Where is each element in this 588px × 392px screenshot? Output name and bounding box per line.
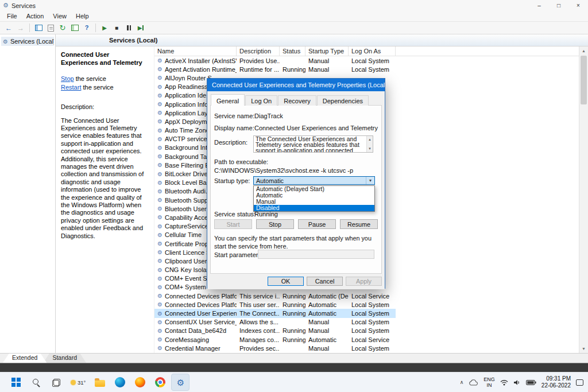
table-row[interactable]: ⚙CoreMessagingManages co...RunningAutoma… [154,335,396,344]
startup-type-combobox[interactable]: Automatic ▾ [253,176,375,185]
services-taskbar-button[interactable]: ⚙ [171,374,189,391]
restart-service-icon[interactable]: ▶ [136,23,146,33]
task-view-button[interactable] [47,374,65,391]
cancel-button[interactable]: Cancel [307,277,343,286]
weather-widget[interactable]: 31° [67,379,89,386]
menu-help[interactable]: Help [71,12,94,20]
scroll-down-icon[interactable]: ▼ [368,146,372,152]
stop-service-icon[interactable]: ■ [111,23,122,33]
column-header-status[interactable]: Status [280,46,305,56]
refresh-icon[interactable]: ↻ [57,23,68,33]
table-row[interactable]: ⚙Connected Devices Platform ...This user… [154,300,396,309]
notification-icon[interactable] [576,379,583,386]
tab-standard[interactable]: Standard [43,354,86,363]
scroll-up-icon[interactable]: ▲ [579,46,588,55]
onedrive-cloud-icon[interactable] [469,379,478,386]
scrollbar-thumb[interactable] [581,56,587,104]
maximize-button[interactable]: □ [549,0,568,11]
tab-dependencies[interactable]: Dependencies [317,95,369,106]
menu-file[interactable]: File [2,12,22,20]
clock[interactable]: 09:31 PM 22-06-2022 [541,375,571,390]
column-header-startup-type[interactable]: Startup Type [305,46,349,56]
forward-icon[interactable]: → [16,23,26,33]
console-tree-icon[interactable] [33,23,44,33]
startup-option[interactable]: Manual [254,199,374,205]
table-row[interactable]: ⚙Connected User Experiences ...The Conne… [154,309,396,317]
table-row[interactable]: ⚙ConsentUX User Service_be6...Allows the… [154,318,396,327]
menu-action[interactable]: Action [22,12,49,20]
start-button[interactable] [7,374,25,391]
stop-button[interactable]: Stop [256,219,294,229]
extended-description-pane: Connected User Experiences and Telemetry… [56,46,154,353]
restart-service-link[interactable]: Restart [61,84,81,91]
cell-status: Running [280,309,305,317]
tab-general[interactable]: General [211,94,245,106]
wifi-icon[interactable] [500,379,508,386]
ok-button[interactable]: OK [268,277,304,286]
startup-option[interactable]: Automatic (Delayed Start) [254,186,374,192]
tab-recovery[interactable]: Recovery [278,95,316,106]
apply-button[interactable]: Apply [346,277,382,286]
taskbar-search-button[interactable] [27,374,45,391]
start-service-icon[interactable]: ▶ [99,23,110,33]
table-row[interactable]: ⚙Connected Devices Platform ...This serv… [154,292,396,300]
table-row[interactable]: ⚙Contact Data_be642dIndexes cont...Runni… [154,327,396,335]
service-gear-icon: ⚙ [157,180,163,186]
tray-chevron-up-icon[interactable]: ∧ [460,379,464,385]
startup-type-dropdown: Automatic (Delayed Start)AutomaticManual… [253,185,375,212]
service-gear-icon: ⚙ [157,127,163,134]
cell-description: This service i... [237,292,280,300]
dialog-tabs: General Log On Recovery Dependencies [211,94,369,106]
minimize-button[interactable]: – [529,0,549,11]
service-gear-icon: ⚙ [157,92,163,99]
table-row[interactable]: ⚙Agent Activation Runtime_b...Runtime fo… [154,65,396,73]
service-name-label: Service name: [214,112,254,119]
service-name-value: DiagTrack [254,112,283,119]
stop-service-link[interactable]: Stop [61,75,74,82]
cell-description: This user ser... [237,300,280,309]
help-icon[interactable]: ? [82,23,92,33]
title-bar: ⚙ Services – □ × [0,0,588,11]
display-name-label: Display name: [214,125,254,131]
chevron-down-icon[interactable]: ▾ [366,177,374,184]
description-scrollbar[interactable]: ▲ ▼ [366,136,373,152]
export-list-icon[interactable] [45,23,56,33]
cell-log-on-as: Local System [349,344,396,352]
menu-view[interactable]: View [48,12,71,20]
startup-option[interactable]: Automatic [254,192,374,199]
cell-description: Provides Use... [237,56,280,65]
scroll-up-icon[interactable]: ▲ [368,137,372,142]
tab-log-on[interactable]: Log On [245,95,277,106]
display-name-value: Connected User Experiences and Telemetry [254,125,378,131]
resume-button[interactable]: Resume [340,219,378,229]
column-header-log-on-as[interactable]: Log On As [349,46,396,56]
edge-button[interactable] [111,374,129,391]
battery-icon[interactable] [526,380,536,385]
service-gear-icon: ⚙ [157,214,163,220]
description-textbox[interactable]: The Connected User Experiences and Telem… [253,135,373,153]
language-indicator[interactable]: ENG IN [483,377,495,389]
column-header-description[interactable]: Description [237,46,280,56]
pause-service-icon[interactable] [123,23,134,33]
start-button[interactable]: Start [214,219,252,229]
file-explorer-button[interactable] [91,374,109,391]
view-tabs: Extended Standard [0,353,588,363]
properties-icon[interactable] [69,23,80,33]
vertical-scrollbar[interactable]: ▲ ▼ [579,46,588,353]
startup-option[interactable]: Disabled [254,205,374,211]
cell-name: ⚙Connected Devices Platform ... [154,300,237,309]
tab-extended[interactable]: Extended [3,354,47,363]
cell-status: Running [280,335,305,344]
scroll-down-icon[interactable]: ▼ [579,344,588,353]
tree-item-services-local[interactable]: ⚙ Services (Local) [1,37,54,46]
close-button[interactable]: × [568,0,588,11]
table-row[interactable]: ⚙Credential ManagerProvides sec...Manual… [154,344,396,352]
volume-icon[interactable] [513,379,521,386]
chrome-button[interactable] [151,374,169,391]
table-row[interactable]: ⚙ActiveX Installer (AxInstSV)Provides Us… [154,56,396,65]
start-parameters-input[interactable] [258,250,374,259]
column-header-name[interactable]: Name [154,46,237,56]
pause-button[interactable]: Pause [298,219,336,229]
firefox-button[interactable] [131,374,149,391]
back-icon[interactable]: ← [3,23,14,33]
